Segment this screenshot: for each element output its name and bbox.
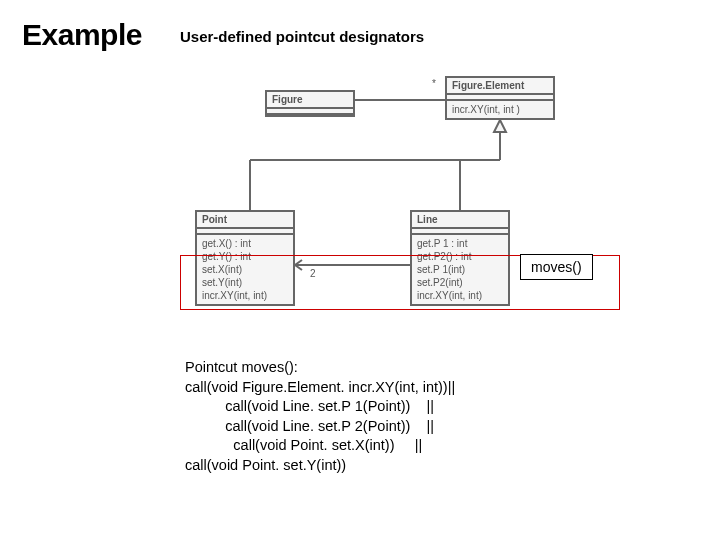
code-line: call(void Figure.Element. incr.XY(int, i…	[185, 378, 455, 398]
code-line: call(void Line. set.P 2(Point)) ||	[185, 417, 455, 437]
uml-class-name: Line	[412, 212, 508, 229]
code-line: call(void Line. set.P 1(Point)) ||	[185, 397, 455, 417]
code-line: call(void Point. set.Y(int))	[185, 456, 455, 476]
slide-subtitle: User-defined pointcut designators	[180, 28, 424, 45]
svg-marker-5	[494, 120, 506, 132]
moves-callout: moves()	[520, 254, 593, 280]
uml-class-figure: Figure	[265, 90, 355, 117]
uml-method: get.X() : int	[202, 237, 288, 250]
code-line: call(void Point. set.X(int)) ||	[185, 436, 455, 456]
uml-class-figure-element: Figure.Element incr.XY(int, int )	[445, 76, 555, 120]
uml-class-name: Point	[197, 212, 293, 229]
uml-class-name: Figure	[267, 92, 353, 109]
uml-method: get.P 1 : int	[417, 237, 503, 250]
slide-title: Example	[22, 18, 142, 52]
multiplicity-star: *	[432, 78, 436, 89]
code-line: Pointcut moves():	[185, 358, 455, 378]
uml-method: incr.XY(int, int )	[452, 103, 548, 116]
pointcut-code: Pointcut moves(): call(void Figure.Eleme…	[185, 358, 455, 475]
uml-class-name: Figure.Element	[447, 78, 553, 95]
